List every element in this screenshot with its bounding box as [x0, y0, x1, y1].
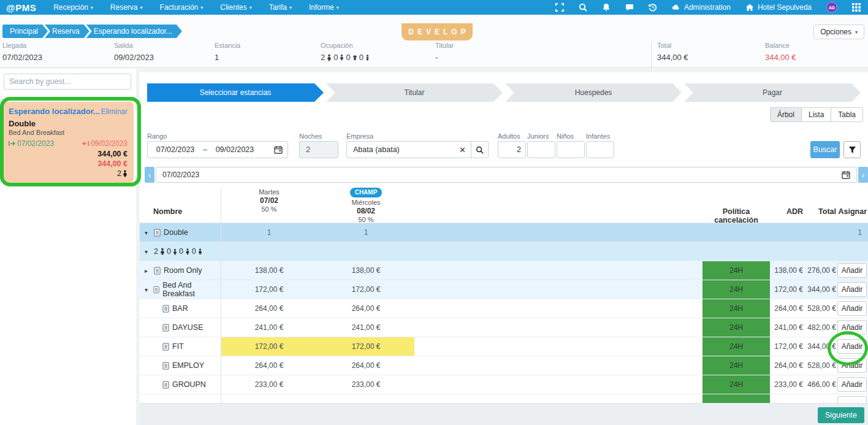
reservation-card[interactable]: Esperando localizador... Eliminar Double… — [2, 102, 134, 183]
adultos-input[interactable]: 2 — [498, 141, 526, 158]
table-row[interactable]: ▾Double111 — [140, 223, 868, 242]
empresa-input[interactable]: Abata (abata) ✕ — [346, 141, 489, 158]
card-guests: 2 — [9, 169, 128, 178]
buscar-button[interactable]: Buscar — [810, 141, 840, 158]
bell-icon[interactable] — [602, 3, 611, 12]
menu-facturacion[interactable]: Facturación▾ — [160, 3, 204, 12]
next-day-button[interactable]: › — [858, 167, 868, 183]
view-lista-button[interactable]: Lista — [801, 107, 831, 122]
caret-down-icon[interactable]: ▾ — [145, 248, 151, 255]
step-huespedes[interactable]: Huespedes — [505, 83, 682, 102]
breadcrumb-principal[interactable]: Principal — [2, 25, 48, 38]
chevron-down-icon: ▾ — [200, 5, 203, 10]
history-icon[interactable] — [649, 3, 657, 12]
options-button[interactable]: Opciones▾ — [813, 25, 864, 39]
step-pagar[interactable]: Pagar — [684, 83, 861, 102]
rango-label: Rango — [147, 132, 167, 140]
chevron-down-icon: ▾ — [91, 5, 93, 10]
menu-clientes[interactable]: Clientes▾ — [220, 3, 251, 12]
search-input[interactable] — [4, 74, 131, 90]
add-button[interactable]: Añadir — [837, 339, 867, 354]
app-logo[interactable]: @PMS — [6, 2, 36, 13]
add-button[interactable]: Añadir — [837, 301, 867, 316]
date-range-input[interactable]: 07/02/2023 – 09/02/2023 — [147, 141, 288, 158]
table-row[interactable]: ▾2000 — [140, 242, 868, 261]
field-balance: Balance 344,00 € — [765, 42, 796, 62]
field-total: Total 344,00 € — [657, 42, 688, 62]
adr-value: 172,00 € — [766, 280, 803, 299]
menu-informe[interactable]: Informe▾ — [309, 3, 339, 12]
table-row[interactable]: GROUPN233,00 €233,00 €24H233,00 €466,00 … — [140, 375, 868, 394]
step-seleccionar-estancias[interactable]: Seleccionar estancias — [147, 83, 324, 102]
card-balance: 344,00 € — [9, 159, 128, 169]
breadcrumb: Principal Reserva Esperando localizador.… — [2, 25, 182, 38]
add-button[interactable]: Añadir — [837, 377, 867, 392]
infant-icon — [198, 248, 202, 255]
breadcrumb-current[interactable]: Esperando localizador... — [86, 25, 182, 38]
day-value — [318, 394, 414, 403]
cancellation-policy-cell: 24H — [702, 299, 770, 318]
adr-value: 241,00 € — [766, 318, 803, 337]
apps-grid-icon[interactable] — [852, 3, 861, 12]
view-arbol-button[interactable]: Árbol — [770, 107, 802, 122]
clear-icon[interactable]: ✕ — [454, 145, 471, 155]
day-value: 1 — [221, 223, 318, 242]
fullscreen-icon[interactable] — [555, 3, 564, 12]
caret-right-icon[interactable]: ▸ — [145, 267, 151, 274]
prev-day-button[interactable]: ‹ — [145, 167, 154, 183]
hotel-selector[interactable]: Hotel Sepulveda — [745, 3, 812, 12]
ninos-input[interactable] — [557, 141, 585, 158]
row-name: Room Only — [164, 266, 202, 275]
add-button[interactable]: Añadir — [837, 358, 867, 373]
reservation-card-title[interactable]: Esperando localizador... — [9, 107, 100, 116]
search-icon — [476, 146, 484, 154]
caret-down-icon[interactable]: ▾ — [145, 286, 150, 293]
empresa-search-button[interactable] — [471, 142, 488, 158]
view-tabla-button[interactable]: Tabla — [831, 107, 863, 122]
checkin-icon — [9, 140, 15, 147]
breadcrumb-reserva[interactable]: Reserva — [45, 25, 89, 38]
filter-button[interactable] — [843, 141, 861, 158]
caret-down-icon[interactable]: ▾ — [145, 229, 151, 236]
delete-link[interactable]: Eliminar — [101, 107, 128, 116]
menu-recepcion[interactable]: Recepción▾ — [53, 3, 93, 12]
name-column-header: Nombre — [153, 207, 182, 216]
infantes-input[interactable] — [586, 141, 614, 158]
administration-menu[interactable]: Administration — [672, 3, 731, 12]
day-value — [221, 394, 318, 403]
menu-tarifa[interactable]: Tarifa▾ — [269, 3, 292, 12]
table-row[interactable] — [140, 394, 868, 403]
junior-icon — [173, 248, 177, 255]
field-titular: Titular - — [435, 42, 454, 62]
table-row[interactable]: ▾Bed And Breakfast172,00 €172,00 €24H172… — [140, 280, 868, 299]
add-button[interactable] — [837, 396, 867, 403]
table-row[interactable]: ▸Room Only138,00 €138,00 €24H138,00 €276… — [140, 261, 868, 280]
step-titular[interactable]: Titular — [326, 83, 503, 102]
rate-rows: ▾Double111▾2000▸Room Only138,00 €138,00 … — [140, 223, 868, 403]
day-value: 172,00 € — [318, 280, 414, 299]
siguiente-button[interactable]: Siguiente — [818, 407, 864, 423]
date-navigator[interactable]: 07/02/2023 — [156, 167, 857, 183]
menu-reserva[interactable]: Reserva▾ — [110, 3, 143, 12]
wizard-steps: Seleccionar estancias Titular Huespedes … — [147, 83, 861, 102]
cancellation-policy-cell: 24H — [702, 318, 770, 337]
table-row[interactable]: FIT172,00 €172,00 €24H172,00 €344,00 €Añ… — [140, 337, 868, 356]
calendar-icon[interactable] — [842, 170, 850, 179]
table-row[interactable]: EMPLOY264,00 €264,00 €24H264,00 €528,00 … — [140, 356, 868, 375]
field-salida: Salida 09/02/2023 — [114, 42, 154, 62]
chat-icon[interactable] — [625, 3, 634, 12]
user-avatar[interactable]: AD — [826, 2, 837, 13]
juniors-input[interactable] — [527, 141, 555, 158]
calendar-icon[interactable] — [274, 145, 283, 154]
add-button[interactable]: Añadir — [837, 320, 867, 335]
table-row[interactable]: BAR264,00 €264,00 €24H264,00 €528,00 €Añ… — [140, 299, 868, 318]
juniors-label: Juniors — [527, 132, 549, 140]
day-value: 172,00 € — [221, 280, 318, 299]
add-button[interactable]: Añadir — [837, 282, 867, 297]
search-icon[interactable] — [579, 3, 587, 12]
card-total: 344,00 € — [9, 149, 128, 159]
document-icon — [162, 343, 169, 351]
funnel-icon — [848, 146, 856, 154]
table-row[interactable]: DAYUSE241,00 €241,00 €24H241,00 €482,00 … — [140, 318, 868, 337]
add-button[interactable]: Añadir — [837, 263, 867, 278]
